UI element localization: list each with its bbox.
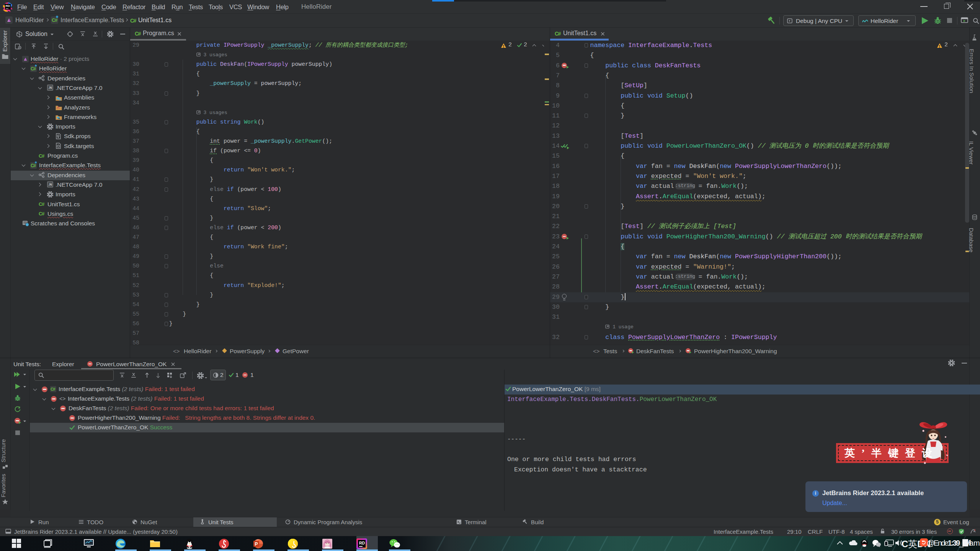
svg-text:P: P [255, 541, 258, 547]
